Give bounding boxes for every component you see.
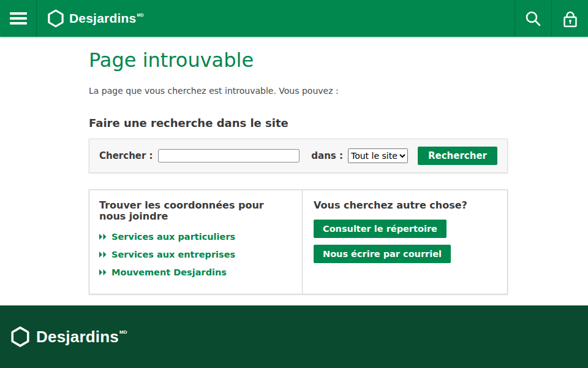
trademark-label: MD [137, 13, 143, 17]
site-search-panel: Chercher : dans : Tout le site Recherche… [89, 139, 508, 173]
search-input[interactable] [158, 149, 300, 163]
search-icon [525, 10, 541, 27]
double-arrow-icon [99, 251, 107, 258]
help-panel: Trouver les coordonnées pour nous joindr… [89, 190, 508, 295]
menu-icon [10, 12, 27, 15]
header-logo[interactable]: DesjardinsMD [48, 0, 144, 37]
footer-logo: DesjardinsMD [11, 326, 127, 347]
list-item: Services aux particuliers [99, 231, 292, 242]
secure-login-button[interactable] [551, 0, 588, 37]
double-arrow-icon [99, 234, 107, 240]
desjardins-hexagon-icon [48, 9, 64, 28]
search-button[interactable] [514, 0, 551, 37]
search-scope-label: dans : [311, 150, 343, 161]
link-mouvement-desjardins[interactable]: Mouvement Desjardins [99, 267, 227, 277]
contact-link-list: Services aux particuliers Services aux e… [99, 231, 292, 278]
lock-icon [562, 10, 579, 28]
main-content: Page introuvable La page que vous cherch… [0, 37, 588, 305]
menu-button[interactable] [0, 0, 37, 37]
brand-name: DesjardinsMD [69, 11, 144, 26]
directory-button[interactable]: Consulter le répertoire [314, 220, 447, 238]
other-options-column: Vous cherchez autre chose? Consulter le … [303, 190, 507, 294]
search-query-label: Chercher : [99, 150, 153, 161]
list-item: Mouvement Desjardins [99, 266, 292, 278]
search-section-heading: Faire une recherche dans le site [89, 117, 508, 129]
search-submit-button[interactable]: Rechercher [418, 147, 497, 165]
other-options-heading: Vous cherchez autre chose? [314, 200, 497, 211]
desjardins-hexagon-icon [11, 326, 29, 347]
trademark-label: MD [119, 330, 127, 335]
contact-heading: Trouver les coordonnées pour nous joindr… [99, 200, 292, 223]
brand-name: DesjardinsMD [36, 328, 127, 347]
page-title: Page introuvable [89, 48, 508, 72]
search-scope-select[interactable]: Tout le site [348, 148, 408, 163]
intro-text: La page que vous cherchez est introuvabl… [89, 85, 508, 98]
page-footer: DesjardinsMD [0, 305, 588, 368]
top-navbar: DesjardinsMD [0, 0, 588, 37]
link-services-particuliers[interactable]: Services aux particuliers [99, 232, 235, 242]
contact-column: Trouver les coordonnées pour nous joindr… [89, 190, 303, 294]
email-button[interactable]: Nous écrire par courriel [314, 245, 451, 263]
list-item: Services aux entreprises [99, 248, 292, 260]
link-services-entreprises[interactable]: Services aux entreprises [99, 250, 235, 259]
double-arrow-icon [99, 269, 107, 275]
